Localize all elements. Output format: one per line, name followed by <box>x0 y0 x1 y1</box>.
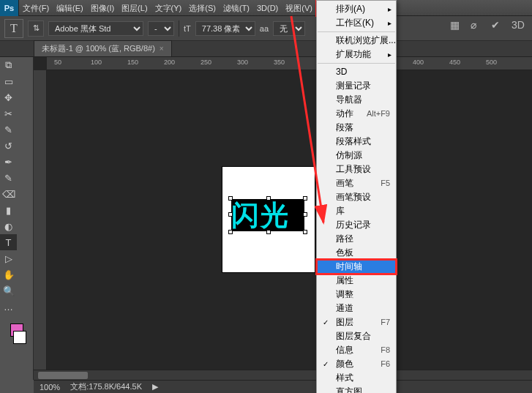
transform-handle[interactable] <box>303 196 307 201</box>
menu-item-3D[interactable]: 3D <box>317 65 396 79</box>
hand-tool[interactable]: ✋ <box>0 266 17 282</box>
menu-item-颜色[interactable]: 颜色F6✓ <box>317 357 396 371</box>
eraser-tool[interactable]: ⌫ <box>0 186 17 202</box>
transform-handle[interactable] <box>228 230 233 234</box>
dodge-tool[interactable]: ◐ <box>0 218 17 234</box>
document-tab-bar: 未标题-1 @ 100% (蓝, RGB/8#) × <box>0 41 532 57</box>
marquee-tool[interactable]: ▭ <box>0 73 17 89</box>
menu-item-库[interactable]: 库 <box>317 204 396 218</box>
ruler-tick: 200 <box>164 59 175 66</box>
menu-item-工作区(K)[interactable]: 工作区(K) <box>317 16 396 30</box>
path-tool[interactable]: ▷ <box>0 250 17 266</box>
orientation-toggle[interactable]: ⇅ <box>28 20 44 37</box>
option-right-icons: ▦ ⌀ ✔ 3D <box>450 19 528 31</box>
menu-item-工具预设[interactable]: 工具预设 <box>317 162 396 176</box>
menu-view[interactable]: 视图(V) <box>282 0 316 16</box>
zoom-tool[interactable]: 🔍 <box>0 282 17 299</box>
color-swatches[interactable] <box>0 323 33 344</box>
menu-edit[interactable]: 编辑(E) <box>53 0 87 16</box>
menu-select[interactable]: 选择(S) <box>185 0 220 16</box>
antialias-select[interactable]: 无 <box>273 21 305 36</box>
status-bar: 100% 文档:175.8K/644.5K ▶ <box>34 380 532 393</box>
menu-item-图层复合[interactable]: 图层复合 <box>317 329 396 343</box>
move-tool[interactable]: ⧉ <box>0 57 17 73</box>
menu-type[interactable]: 文字(Y) <box>151 0 186 16</box>
shortcut-label: F8 <box>381 343 390 357</box>
menu-item-联机浏览扩展...[interactable]: 联机浏览扩展... <box>317 34 396 48</box>
menu-item-样式[interactable]: 样式 <box>317 371 396 385</box>
transform-handle[interactable] <box>228 196 233 201</box>
3d-icon[interactable]: 3D <box>512 19 528 31</box>
menu-item-路径[interactable]: 路径 <box>317 232 396 246</box>
doc-info: 文档:175.8K/644.5K <box>70 381 142 392</box>
panel-icon[interactable]: ▦ <box>450 19 466 31</box>
check-icon: ✓ <box>323 315 329 329</box>
menu-3d[interactable]: 3D(D) <box>253 0 282 16</box>
stamp-tool[interactable]: ✎ <box>0 170 17 186</box>
font-style-select[interactable]: - <box>148 21 174 36</box>
menu-item-段落[interactable]: 段落 <box>317 121 396 135</box>
menu-item-画笔[interactable]: 画笔F5 <box>317 176 396 190</box>
menu-item-排列(A)[interactable]: 排列(A) <box>317 2 396 16</box>
menu-file[interactable]: 文件(F) <box>19 0 53 16</box>
menu-item-图层[interactable]: 图层F7✓ <box>317 315 396 329</box>
menu-item-历史记录[interactable]: 历史记录 <box>317 218 396 232</box>
gradient-tool[interactable]: ▮ <box>0 202 17 218</box>
tool-palette: ⧉ ▭ ✥ ✂ ✎ ↺ ✒ ✎ ⌫ ▮ ◐ T ▷ ✋ 🔍 … <box>0 57 34 380</box>
ruler-tick: 250 <box>201 59 211 66</box>
brush-tool[interactable]: ✒ <box>0 154 17 170</box>
ruler-tick: 50 <box>54 59 61 66</box>
zoom-level[interactable]: 100% <box>40 383 60 392</box>
scrollbar-thumb[interactable] <box>38 372 88 379</box>
horizontal-scrollbar[interactable] <box>34 370 532 380</box>
canvas-area[interactable]: 50 100 150 200 250 300 350 400 450 500 闪… <box>34 57 532 380</box>
lasso-tool[interactable]: ✥ <box>0 89 17 105</box>
font-size-icon: tT <box>184 24 191 33</box>
ruler-tick: 450 <box>449 59 460 66</box>
menu-item-画笔预设[interactable]: 画笔预设 <box>317 190 396 204</box>
menu-item-调整[interactable]: 调整 <box>317 288 396 302</box>
active-tool-chip[interactable]: T <box>4 19 23 38</box>
menu-item-仿制源[interactable]: 仿制源 <box>317 149 396 162</box>
font-size-select[interactable]: 77.38 像素 <box>195 21 255 36</box>
healing-tool[interactable]: ↺ <box>0 138 17 154</box>
text-layer[interactable]: 闪光 <box>231 199 304 231</box>
transform-handle[interactable] <box>228 212 233 217</box>
document-tab[interactable]: 未标题-1 @ 100% (蓝, RGB/8#) × <box>34 40 172 56</box>
type-tool[interactable]: T <box>0 234 17 250</box>
menu-item-信息[interactable]: 信息F8 <box>317 343 396 357</box>
status-arrow-icon[interactable]: ▶ <box>152 382 158 392</box>
more-tools[interactable]: … <box>0 299 17 315</box>
transform-handle[interactable] <box>303 212 307 217</box>
shortcut-label: F7 <box>381 315 390 329</box>
menu-item-属性[interactable]: 属性 <box>317 274 396 288</box>
font-family-select[interactable]: Adobe 黑体 Std <box>48 21 143 36</box>
menu-item-动作[interactable]: 动作Alt+F9 <box>317 107 396 121</box>
commit-icon[interactable]: ✔ <box>491 19 507 31</box>
menu-image[interactable]: 图像(I) <box>87 0 118 16</box>
ruler-tick: 150 <box>127 59 138 66</box>
menu-layer[interactable]: 图层(L) <box>118 0 151 16</box>
menu-item-色板[interactable]: 色板 <box>317 246 396 260</box>
separator <box>179 20 179 37</box>
menu-item-测量记录[interactable]: 测量记录 <box>317 79 396 93</box>
menu-item-直方图[interactable]: 直方图 <box>317 385 396 393</box>
document-canvas[interactable]: 闪光 <box>222 167 315 272</box>
workspace: ⧉ ▭ ✥ ✂ ✎ ↺ ✒ ✎ ⌫ ▮ ◐ T ▷ ✋ 🔍 … 50 100 1… <box>0 57 532 380</box>
close-icon[interactable]: × <box>160 45 164 53</box>
menu-item-段落样式[interactable]: 段落样式 <box>317 135 396 149</box>
ruler-vertical <box>34 70 47 380</box>
menu-item-时间轴[interactable]: 时间轴 <box>317 260 396 274</box>
background-swatch[interactable] <box>13 331 26 344</box>
menu-filter[interactable]: 滤镜(T) <box>220 0 253 16</box>
transform-handle[interactable] <box>266 230 271 234</box>
menu-item-扩展功能[interactable]: 扩展功能 <box>317 48 396 61</box>
transform-handle[interactable] <box>303 230 307 234</box>
cancel-icon[interactable]: ⌀ <box>471 19 487 31</box>
menu-item-导航器[interactable]: 导航器 <box>317 93 396 107</box>
menu-bar: Ps 文件(F) 编辑(E) 图像(I) 图层(L) 文字(Y) 选择(S) 滤… <box>0 0 532 16</box>
transform-handle[interactable] <box>266 196 271 201</box>
menu-item-通道[interactable]: 通道 <box>317 302 396 315</box>
eyedropper-tool[interactable]: ✎ <box>0 121 17 138</box>
crop-tool[interactable]: ✂ <box>0 105 17 121</box>
